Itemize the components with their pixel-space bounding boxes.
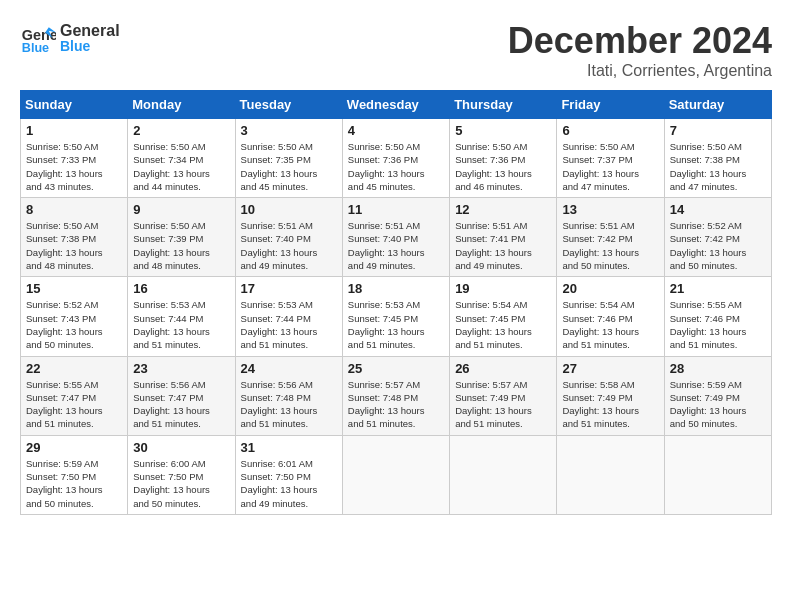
calendar-cell — [557, 435, 664, 514]
calendar-cell: 26Sunrise: 5:57 AM Sunset: 7:49 PM Dayli… — [450, 356, 557, 435]
day-number: 19 — [455, 281, 551, 296]
logo-icon: General Blue — [20, 20, 56, 56]
day-number: 31 — [241, 440, 337, 455]
day-info: Sunrise: 5:55 AM Sunset: 7:47 PM Dayligh… — [26, 378, 122, 431]
day-info: Sunrise: 5:56 AM Sunset: 7:48 PM Dayligh… — [241, 378, 337, 431]
calendar-cell: 2Sunrise: 5:50 AM Sunset: 7:34 PM Daylig… — [128, 119, 235, 198]
day-number: 5 — [455, 123, 551, 138]
calendar-cell — [450, 435, 557, 514]
day-info: Sunrise: 5:58 AM Sunset: 7:49 PM Dayligh… — [562, 378, 658, 431]
calendar-cell: 27Sunrise: 5:58 AM Sunset: 7:49 PM Dayli… — [557, 356, 664, 435]
calendar-cell: 10Sunrise: 5:51 AM Sunset: 7:40 PM Dayli… — [235, 198, 342, 277]
month-title: December 2024 — [508, 20, 772, 62]
calendar-cell: 16Sunrise: 5:53 AM Sunset: 7:44 PM Dayli… — [128, 277, 235, 356]
day-info: Sunrise: 5:57 AM Sunset: 7:48 PM Dayligh… — [348, 378, 444, 431]
weekday-header: Monday — [128, 91, 235, 119]
calendar-cell — [664, 435, 771, 514]
calendar-cell: 15Sunrise: 5:52 AM Sunset: 7:43 PM Dayli… — [21, 277, 128, 356]
day-number: 3 — [241, 123, 337, 138]
weekday-header: Friday — [557, 91, 664, 119]
weekday-header: Wednesday — [342, 91, 449, 119]
day-info: Sunrise: 5:56 AM Sunset: 7:47 PM Dayligh… — [133, 378, 229, 431]
calendar-cell: 29Sunrise: 5:59 AM Sunset: 7:50 PM Dayli… — [21, 435, 128, 514]
location-title: Itati, Corrientes, Argentina — [508, 62, 772, 80]
day-number: 18 — [348, 281, 444, 296]
day-number: 21 — [670, 281, 766, 296]
day-info: Sunrise: 5:57 AM Sunset: 7:49 PM Dayligh… — [455, 378, 551, 431]
logo: General Blue General Blue — [20, 20, 120, 56]
day-number: 24 — [241, 361, 337, 376]
day-number: 23 — [133, 361, 229, 376]
day-number: 1 — [26, 123, 122, 138]
day-info: Sunrise: 5:50 AM Sunset: 7:39 PM Dayligh… — [133, 219, 229, 272]
day-number: 13 — [562, 202, 658, 217]
svg-text:Blue: Blue — [22, 41, 49, 55]
day-number: 27 — [562, 361, 658, 376]
day-info: Sunrise: 5:50 AM Sunset: 7:36 PM Dayligh… — [455, 140, 551, 193]
calendar-cell: 22Sunrise: 5:55 AM Sunset: 7:47 PM Dayli… — [21, 356, 128, 435]
calendar-cell: 13Sunrise: 5:51 AM Sunset: 7:42 PM Dayli… — [557, 198, 664, 277]
calendar-cell: 30Sunrise: 6:00 AM Sunset: 7:50 PM Dayli… — [128, 435, 235, 514]
calendar-cell: 24Sunrise: 5:56 AM Sunset: 7:48 PM Dayli… — [235, 356, 342, 435]
calendar-cell: 21Sunrise: 5:55 AM Sunset: 7:46 PM Dayli… — [664, 277, 771, 356]
weekday-header: Tuesday — [235, 91, 342, 119]
day-info: Sunrise: 5:52 AM Sunset: 7:42 PM Dayligh… — [670, 219, 766, 272]
calendar-cell: 28Sunrise: 5:59 AM Sunset: 7:49 PM Dayli… — [664, 356, 771, 435]
day-info: Sunrise: 5:53 AM Sunset: 7:44 PM Dayligh… — [241, 298, 337, 351]
day-number: 7 — [670, 123, 766, 138]
day-number: 8 — [26, 202, 122, 217]
day-number: 9 — [133, 202, 229, 217]
day-number: 20 — [562, 281, 658, 296]
weekday-header: Sunday — [21, 91, 128, 119]
day-info: Sunrise: 5:54 AM Sunset: 7:45 PM Dayligh… — [455, 298, 551, 351]
day-info: Sunrise: 5:50 AM Sunset: 7:36 PM Dayligh… — [348, 140, 444, 193]
day-number: 12 — [455, 202, 551, 217]
day-number: 2 — [133, 123, 229, 138]
day-number: 4 — [348, 123, 444, 138]
title-area: December 2024 Itati, Corrientes, Argenti… — [508, 20, 772, 80]
calendar-cell: 31Sunrise: 6:01 AM Sunset: 7:50 PM Dayli… — [235, 435, 342, 514]
calendar-week-row: 1Sunrise: 5:50 AM Sunset: 7:33 PM Daylig… — [21, 119, 772, 198]
calendar-cell: 14Sunrise: 5:52 AM Sunset: 7:42 PM Dayli… — [664, 198, 771, 277]
calendar-cell: 6Sunrise: 5:50 AM Sunset: 7:37 PM Daylig… — [557, 119, 664, 198]
calendar-week-row: 15Sunrise: 5:52 AM Sunset: 7:43 PM Dayli… — [21, 277, 772, 356]
day-info: Sunrise: 5:51 AM Sunset: 7:40 PM Dayligh… — [348, 219, 444, 272]
logo-text-line1: General — [60, 22, 120, 40]
day-number: 15 — [26, 281, 122, 296]
day-number: 22 — [26, 361, 122, 376]
calendar-cell: 1Sunrise: 5:50 AM Sunset: 7:33 PM Daylig… — [21, 119, 128, 198]
calendar-week-row: 29Sunrise: 5:59 AM Sunset: 7:50 PM Dayli… — [21, 435, 772, 514]
calendar-cell: 9Sunrise: 5:50 AM Sunset: 7:39 PM Daylig… — [128, 198, 235, 277]
day-info: Sunrise: 6:01 AM Sunset: 7:50 PM Dayligh… — [241, 457, 337, 510]
calendar-cell: 5Sunrise: 5:50 AM Sunset: 7:36 PM Daylig… — [450, 119, 557, 198]
day-info: Sunrise: 5:50 AM Sunset: 7:38 PM Dayligh… — [26, 219, 122, 272]
day-number: 14 — [670, 202, 766, 217]
calendar-cell: 23Sunrise: 5:56 AM Sunset: 7:47 PM Dayli… — [128, 356, 235, 435]
weekday-header: Saturday — [664, 91, 771, 119]
calendar-cell: 11Sunrise: 5:51 AM Sunset: 7:40 PM Dayli… — [342, 198, 449, 277]
calendar-cell: 3Sunrise: 5:50 AM Sunset: 7:35 PM Daylig… — [235, 119, 342, 198]
day-info: Sunrise: 5:52 AM Sunset: 7:43 PM Dayligh… — [26, 298, 122, 351]
day-info: Sunrise: 5:50 AM Sunset: 7:34 PM Dayligh… — [133, 140, 229, 193]
calendar-table: SundayMondayTuesdayWednesdayThursdayFrid… — [20, 90, 772, 515]
logo-text-line2: Blue — [60, 39, 120, 54]
day-info: Sunrise: 5:50 AM Sunset: 7:38 PM Dayligh… — [670, 140, 766, 193]
day-number: 16 — [133, 281, 229, 296]
day-number: 26 — [455, 361, 551, 376]
day-number: 11 — [348, 202, 444, 217]
day-info: Sunrise: 5:51 AM Sunset: 7:40 PM Dayligh… — [241, 219, 337, 272]
day-info: Sunrise: 5:59 AM Sunset: 7:50 PM Dayligh… — [26, 457, 122, 510]
calendar-cell: 20Sunrise: 5:54 AM Sunset: 7:46 PM Dayli… — [557, 277, 664, 356]
day-number: 10 — [241, 202, 337, 217]
day-info: Sunrise: 5:55 AM Sunset: 7:46 PM Dayligh… — [670, 298, 766, 351]
calendar-cell: 4Sunrise: 5:50 AM Sunset: 7:36 PM Daylig… — [342, 119, 449, 198]
calendar-cell: 25Sunrise: 5:57 AM Sunset: 7:48 PM Dayli… — [342, 356, 449, 435]
day-info: Sunrise: 5:50 AM Sunset: 7:37 PM Dayligh… — [562, 140, 658, 193]
day-info: Sunrise: 5:59 AM Sunset: 7:49 PM Dayligh… — [670, 378, 766, 431]
calendar-cell — [342, 435, 449, 514]
calendar-cell: 8Sunrise: 5:50 AM Sunset: 7:38 PM Daylig… — [21, 198, 128, 277]
day-number: 30 — [133, 440, 229, 455]
day-info: Sunrise: 5:53 AM Sunset: 7:44 PM Dayligh… — [133, 298, 229, 351]
calendar-cell: 12Sunrise: 5:51 AM Sunset: 7:41 PM Dayli… — [450, 198, 557, 277]
page-header: General Blue General Blue December 2024 … — [20, 20, 772, 80]
